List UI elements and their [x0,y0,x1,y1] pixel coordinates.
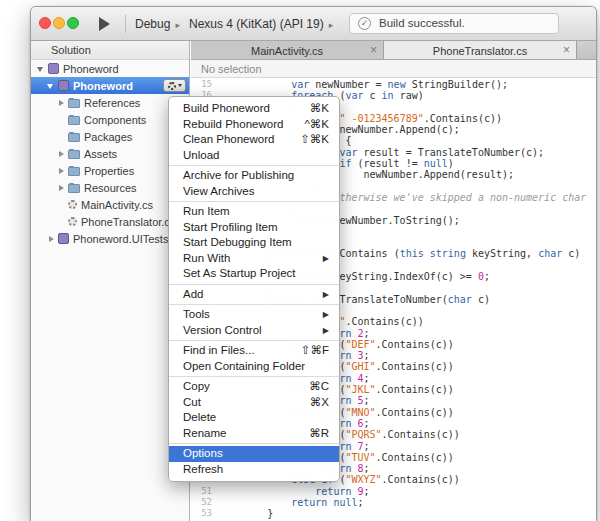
sidebar-item-label: References [84,97,140,109]
menu-separator [169,376,339,377]
menu-item-label: Run With [183,251,311,267]
tab-close-icon[interactable]: × [563,41,570,59]
device-selector[interactable]: Nexus 4 (KitKat) (API 19)▸ [189,7,333,41]
close-window-button[interactable] [39,17,51,29]
disclosure-triangle-icon[interactable] [57,167,65,175]
run-button[interactable] [99,17,110,31]
sidebar-item-resources[interactable]: Resources [31,179,189,196]
menu-item-unload[interactable]: Unload [169,148,339,164]
code-line[interactable]: 15 var newNumber = new StringBuilder(); [191,79,597,90]
menu-separator [169,340,339,341]
sidebar-item-label: Packages [84,131,132,143]
menu-item-archive-for-publishing[interactable]: Archive for Publishing [169,168,339,184]
folder-icon [68,116,80,125]
code-line[interactable]: 53 } [191,508,597,519]
disclosure-triangle-icon[interactable] [47,235,55,243]
menu-item-label: Options [183,446,329,462]
gear-icon [168,82,176,90]
sidebar-item-phoneword[interactable]: Phoneword [31,60,189,77]
sidebar-item-label: Resources [84,182,137,194]
disclosure-triangle-icon[interactable] [57,99,65,107]
menu-item-rename[interactable]: Rename⌘R [169,426,339,442]
menu-item-label: Version Control [183,323,311,339]
cs-file-icon [68,217,77,226]
sidebar-item-phoneword-uitests[interactable]: Phoneword.UITests [31,230,189,247]
project-gear-button[interactable] [163,79,186,92]
check-circle-icon: ✓ [358,17,371,30]
folder-icon [68,133,80,142]
sidebar-item-label: Phoneword [63,63,119,75]
disclosure-triangle-icon[interactable] [57,150,65,158]
sidebar-item-packages[interactable]: Packages [31,128,189,145]
device-label: Nexus 4 (KitKat) (API 19) [189,17,324,31]
submenu-arrow-icon: ▶ [323,287,329,303]
menu-item-label: Rename [183,426,297,442]
menu-item-start-profiling-item[interactable]: Start Profiling Item [169,220,339,236]
menu-item-label: Open Containing Folder [183,359,329,375]
zoom-window-button[interactable] [67,17,79,29]
menu-item-set-as-startup-project[interactable]: Set As Startup Project [169,266,339,282]
tab-close-icon[interactable]: × [370,41,377,59]
sidebar-item-phoneword[interactable]: Phoneword [31,77,189,94]
tab-phonetranslator-cs[interactable]: PhoneTranslator.cs× [384,41,577,59]
menu-item-open-containing-folder[interactable]: Open Containing Folder [169,359,339,375]
sidebar-item-label: PhoneTranslator.cs [81,216,175,228]
submenu-arrow-icon: ▶ [323,251,329,267]
menu-item-view-archives[interactable]: View Archives [169,184,339,200]
solution-tree: PhonewordPhonewordReferencesComponentsPa… [31,60,189,247]
menu-item-rebuild-phoneword[interactable]: Rebuild Phoneword^⌘K [169,117,339,133]
code-line[interactable]: 52 return null; [191,497,597,508]
chevron-right-icon: ▸ [175,20,180,30]
project-icon [58,233,69,244]
build-configuration-selector[interactable]: Debug▸ [135,7,180,41]
sidebar-item-label: MainActivity.cs [81,199,153,211]
menu-item-tools[interactable]: Tools▶ [169,307,339,323]
menu-item-refresh[interactable]: Refresh [169,462,339,478]
solution-pad: Solution PhonewordPhonewordReferencesCom… [31,41,190,521]
disclosure-triangle-icon[interactable] [37,65,45,73]
tab-label: PhoneTranslator.cs [433,45,527,57]
submenu-arrow-icon: ▶ [323,307,329,323]
menu-item-clean-phoneword[interactable]: Clean Phoneword⇧⌘K [169,132,339,148]
configuration-label: Debug [135,17,170,31]
sidebar-item-references[interactable]: References [31,94,189,111]
folder-icon [68,167,80,176]
solution-icon [48,63,59,74]
code-line[interactable]: 51 return 9; [191,486,597,497]
minimize-window-button[interactable] [53,17,65,29]
menu-item-cut[interactable]: Cut⌘X [169,395,339,411]
menu-item-start-debugging-item[interactable]: Start Debugging Item [169,235,339,251]
disclosure-spacer [57,116,65,124]
disclosure-triangle-icon[interactable] [47,82,55,90]
disclosure-triangle-icon[interactable] [57,184,65,192]
code-text: return 9; [219,486,370,497]
menu-item-copy[interactable]: Copy⌘C [169,379,339,395]
menu-item-options[interactable]: Options [169,446,339,462]
sidebar-item-properties[interactable]: Properties [31,162,189,179]
sidebar-item-mainactivity-cs[interactable]: MainActivity.cs [31,196,189,213]
sidebar-item-assets[interactable]: Assets [31,145,189,162]
menu-item-build-phoneword[interactable]: Build Phoneword⌘K [169,101,339,117]
menu-item-shortcut: ^⌘K [304,117,329,133]
menu-item-label: Unload [183,148,329,164]
menu-item-version-control[interactable]: Version Control▶ [169,323,339,339]
menu-item-delete[interactable]: Delete [169,410,339,426]
menu-item-run-item[interactable]: Run Item [169,204,339,220]
menu-item-label: Start Profiling Item [183,220,329,236]
toolbar: Debug▸ Nexus 4 (KitKat) (API 19)▸ ✓ Buil… [31,7,596,41]
line-number: 15 [191,79,219,90]
sidebar-item-phonetranslator-cs[interactable]: PhoneTranslator.cs [31,213,189,230]
tab-mainactivity-cs[interactable]: MainActivity.cs× [191,41,384,59]
menu-item-label: Archive for Publishing [183,168,329,184]
sidebar-item-label: Assets [84,148,117,160]
breadcrumb[interactable]: No selection [191,60,597,78]
line-number: 51 [191,486,219,497]
disclosure-spacer [57,133,65,141]
app-window: Debug▸ Nexus 4 (KitKat) (API 19)▸ ✓ Buil… [30,6,597,521]
menu-item-run-with[interactable]: Run With▶ [169,251,339,267]
project-icon [58,80,69,91]
sidebar-item-components[interactable]: Components [31,111,189,128]
disclosure-spacer [57,218,65,226]
menu-item-find-in-files[interactable]: Find in Files...⇧⌘F [169,343,339,359]
menu-item-add[interactable]: Add▶ [169,287,339,303]
